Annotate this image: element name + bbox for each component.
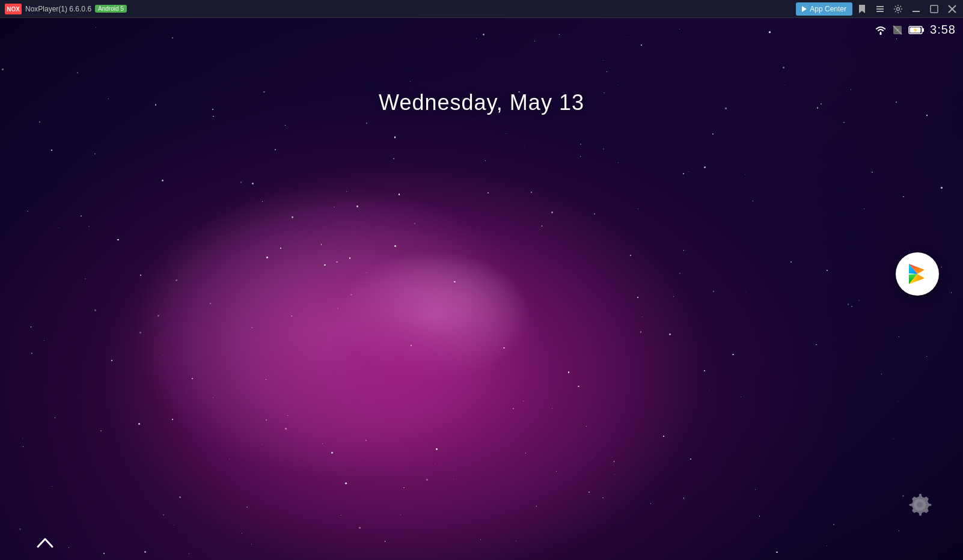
svg-rect-4 [876,11,884,12]
bookmark-button[interactable] [854,2,870,16]
android-badge: Android 5 [95,5,127,13]
close-button[interactable] [944,2,961,16]
close-icon [948,5,956,13]
player-title: NoxPlayer(1) 6.6.0.6 [25,5,91,13]
play-store-button[interactable] [896,252,939,296]
settings-titlebar-button[interactable] [890,2,906,16]
menu-button[interactable] [872,2,888,16]
settings-gear-icon [903,488,937,522]
minimize-icon [912,5,920,13]
svg-text:NOX: NOX [7,6,20,13]
app-center-button[interactable]: App Center [796,2,852,16]
svg-rect-7 [931,5,938,13]
titlebar-left: NOX NoxPlayer(1) 6.6.0.6 Android 5 [0,4,127,14]
titlebar: NOX NoxPlayer(1) 6.6.0.6 Android 5 App C… [0,0,963,18]
wifi-icon [875,25,887,35]
menu-icon [876,5,884,13]
bookmark-icon [858,5,866,13]
android-status-bar: ✕ 3:58 [867,18,963,41]
battery-icon [908,25,925,35]
play-triangle-icon [802,6,807,12]
play-store-icon [905,261,930,287]
sim-icon: ✕ [891,25,903,35]
app-center-label: App Center [810,5,846,13]
up-arrow-button[interactable] [36,536,54,554]
android-settings-button[interactable] [900,485,939,524]
svg-point-10 [880,32,882,34]
nox-logo: NOX [5,4,22,14]
titlebar-right: App Center [796,2,963,16]
svg-rect-3 [876,8,884,10]
restore-icon [930,5,938,13]
svg-rect-2 [876,6,884,7]
minimize-button[interactable] [908,2,925,16]
svg-text:✕: ✕ [896,28,900,33]
android-screen: ✕ 3:58 Wednesday, May 13 [0,18,963,560]
date-display: Wednesday, May 13 [379,90,584,115]
up-arrow-icon [36,536,54,550]
svg-rect-6 [913,11,920,12]
restore-button[interactable] [926,2,943,16]
gear-titlebar-icon [894,5,902,13]
svg-rect-15 [922,28,924,32]
time-display: 3:58 [930,23,956,37]
svg-point-5 [897,7,900,10]
